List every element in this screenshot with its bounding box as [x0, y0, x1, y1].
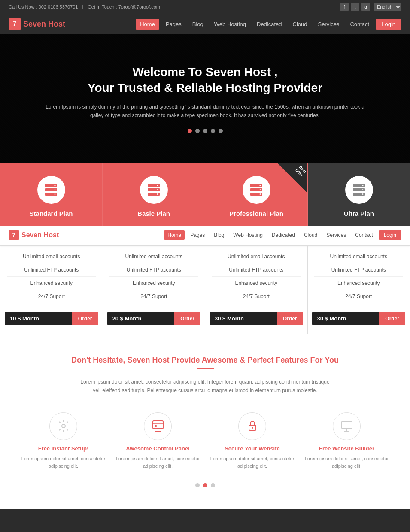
sticky-nav-contact[interactable]: Contact — [352, 230, 376, 240]
logo: 7 Seven Host — [9, 18, 65, 30]
hero-dot-5[interactable] — [219, 129, 223, 133]
sticky-login-button[interactable]: Login — [379, 230, 401, 240]
plan-icon-basic — [140, 176, 168, 204]
separator: | — [82, 4, 83, 9]
sticky-nav-services[interactable]: Services — [323, 230, 349, 240]
plan-feature: Unlimited email accounts — [314, 250, 404, 263]
logo-name: Seven Host — [23, 20, 65, 29]
twitter-icon[interactable]: t — [351, 3, 359, 11]
sticky-nav-home[interactable]: Home — [164, 230, 185, 240]
plan-hero-ultra: Ultra Plan — [308, 163, 410, 226]
hero-dot-2[interactable] — [195, 129, 200, 133]
top-bar-left: Call Us Now : 002 0106 5370701 | Get In … — [9, 4, 160, 9]
pricing-hero: Standard Plan Basic Plan BestOffer — [0, 163, 410, 226]
plan-price-ultra: 30 $ Month — [312, 312, 380, 325]
plan-feature: 24/7 Suport — [109, 290, 199, 303]
hero-dot-4[interactable] — [211, 129, 215, 133]
plan-feature: Unlimited email accounts — [212, 250, 301, 263]
plan-icon-ultra — [345, 176, 373, 204]
panel-icon — [152, 420, 164, 432]
features-description: Lorem ipsum dolor sit amet, consectetur … — [76, 378, 334, 395]
nav-login-button[interactable]: Login — [376, 19, 401, 30]
plan-feature: Unlimited FTP accounts — [212, 263, 301, 277]
facebook-icon[interactable]: f — [340, 3, 349, 11]
nav-dedicated[interactable]: Dedicated — [252, 19, 286, 30]
svg-point-23 — [362, 193, 364, 195]
plan-feature: Enhanced security — [7, 277, 96, 290]
feature-desc-secure: Lorem ipsum dolor sit amet, consectetur … — [210, 455, 295, 470]
plan-order-basic[interactable]: Order — [174, 312, 200, 325]
hero-dot-3[interactable] — [203, 129, 207, 133]
svg-point-24 — [62, 424, 65, 428]
feature-icon-monitor — [333, 412, 361, 440]
svg-point-5 — [55, 193, 56, 195]
features-divider — [197, 368, 214, 369]
sticky-logo-number: 7 — [9, 230, 19, 240]
server-icon-basic — [146, 182, 161, 198]
sticky-nav-cloud[interactable]: Cloud — [301, 230, 321, 240]
nav-blog[interactable]: Blog — [188, 19, 208, 30]
svg-rect-27 — [155, 425, 157, 427]
feature-desc-setup: Lorem ipsum dolor sit amet, consectetur … — [21, 455, 106, 470]
plan-detail-standard: Unlimited email accounts Unlimited FTP a… — [0, 246, 103, 334]
svg-point-10 — [157, 189, 158, 190]
sticky-nav-webhosting[interactable]: Web Hosting — [230, 230, 266, 240]
plan-detail-standard-body: Unlimited email accounts Unlimited FTP a… — [0, 246, 103, 308]
google-icon[interactable]: g — [361, 3, 370, 11]
hero-content: Welcome To Seven Host , Your Trusted & R… — [42, 64, 368, 133]
hero-description: Lorem Ipsum is simply dummy of the print… — [42, 103, 368, 120]
plan-price-professional: 30 $ Month — [210, 312, 277, 325]
plan-footer-professional: 30 $ Month Order — [210, 312, 303, 325]
nav-links: Home Pages Blog Web Hosting Dedicated Cl… — [136, 19, 401, 30]
svg-point-9 — [157, 185, 158, 186]
nav-contact[interactable]: Contact — [346, 19, 374, 30]
svg-point-11 — [157, 193, 158, 195]
feature-title-builder: Free Website Builder — [304, 445, 390, 452]
plan-footer-ultra: 30 $ Month Order — [312, 312, 406, 325]
plan-order-standard[interactable]: Order — [72, 312, 98, 325]
server-icon-ultra — [351, 182, 367, 198]
hero-dot-1[interactable] — [188, 129, 192, 133]
server-icon — [43, 182, 59, 198]
svg-point-3 — [55, 185, 56, 186]
plan-detail-basic: Unlimited email accounts Unlimited FTP a… — [103, 246, 206, 334]
plan-feature: 24/7 Suport — [7, 290, 96, 303]
nav-pages[interactable]: Pages — [161, 19, 186, 30]
sticky-nav-blog[interactable]: Blog — [210, 230, 228, 240]
language-select[interactable]: English — [374, 3, 401, 11]
sticky-nav-pages[interactable]: Pages — [187, 230, 208, 240]
features-dot-3[interactable] — [211, 483, 215, 487]
feature-instant-setup: Free Instant Setup! Lorem ipsum dolor si… — [21, 412, 106, 470]
plan-order-ultra[interactable]: Order — [379, 312, 405, 325]
plan-footer-standard: 10 $ Month Order — [5, 312, 98, 325]
plan-feature: Unlimited email accounts — [7, 250, 96, 263]
nav-web-hosting[interactable]: Web Hosting — [210, 19, 250, 30]
features-section: Don't Hesitate, Seven Host Provide Aweso… — [0, 334, 410, 509]
plan-detail-basic-body: Unlimited email accounts Unlimited FTP a… — [103, 246, 205, 308]
nav-services[interactable]: Services — [314, 19, 344, 30]
plan-feature: Unlimited FTP accounts — [109, 263, 199, 277]
feature-title-panel: Awesome Control Panel — [115, 445, 201, 452]
domain-title: Wanna Have The Right Domain? Search For … — [13, 530, 397, 532]
sticky-nav-dedicated[interactable]: Dedicated — [268, 230, 298, 240]
nav-home[interactable]: Home — [136, 19, 159, 30]
svg-point-22 — [362, 189, 364, 190]
features-dot-2[interactable] — [203, 483, 207, 487]
plan-order-professional[interactable]: Order — [277, 312, 303, 325]
lock-icon — [246, 420, 259, 432]
monitor-icon — [340, 420, 353, 432]
plan-feature: Unlimited FTP accounts — [314, 263, 404, 277]
svg-point-4 — [55, 189, 56, 190]
plan-hero-standard: Standard Plan — [0, 163, 103, 226]
features-dot-1[interactable] — [195, 483, 200, 487]
plan-feature: 24/7 Suport — [212, 290, 301, 303]
logo-number: 7 — [9, 18, 21, 30]
svg-point-17 — [260, 193, 261, 195]
nav-cloud[interactable]: Cloud — [289, 19, 312, 30]
plan-name-ultra: Ultra Plan — [344, 210, 374, 217]
hero-title: Welcome To Seven Host , Your Trusted & R… — [42, 64, 368, 96]
main-nav: 7 Seven Host Home Pages Blog Web Hosting… — [0, 14, 410, 34]
sticky-nav-links: Home Pages Blog Web Hosting Dedicated Cl… — [164, 230, 401, 240]
email-label: Get In Touch : 7oroof@7oroof.com — [88, 4, 160, 9]
feature-builder: Free Website Builder Lorem ipsum dolor s… — [304, 412, 390, 470]
